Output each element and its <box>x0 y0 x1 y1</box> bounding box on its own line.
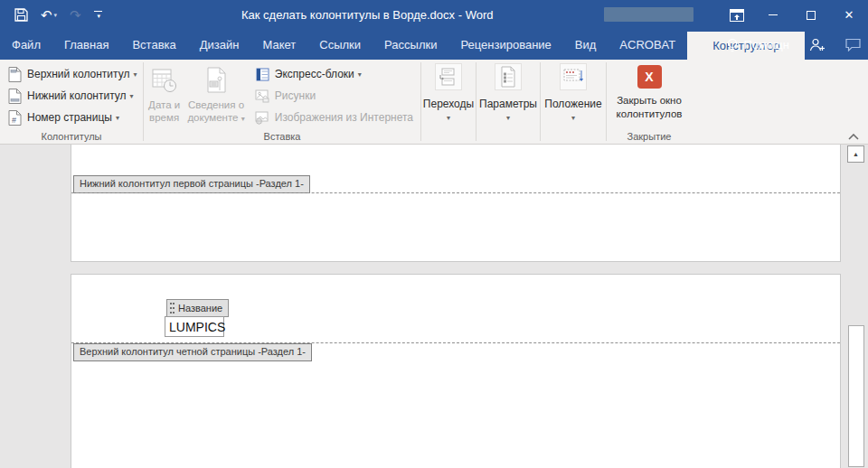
minimize-icon <box>769 14 778 15</box>
footer-button[interactable]: Нижний колонтитул ▾ <box>0 85 143 107</box>
group-label-insert: Вставка <box>144 131 420 142</box>
even-page-header-label: Верхний колонтитул четной страницы -Разд… <box>73 343 312 361</box>
scrollbar-thumb[interactable] <box>848 325 864 467</box>
tab-view[interactable]: Вид <box>563 30 609 60</box>
maximize-button[interactable] <box>792 0 830 30</box>
undo-dropdown-icon[interactable]: ▾ <box>54 12 58 18</box>
quick-parts-icon <box>255 67 270 82</box>
share-button[interactable] <box>809 38 826 51</box>
window-controls: ✕ <box>720 0 868 30</box>
group-options: Параметры ▾ <box>476 60 540 144</box>
save-icon <box>14 8 28 22</box>
vertical-scrollbar[interactable]: ▲ <box>846 145 866 468</box>
chevron-up-icon <box>848 134 859 140</box>
tab-insert[interactable]: Вставка <box>120 30 187 60</box>
dropdown-icon[interactable]: ▾ <box>571 114 575 122</box>
insert-small-buttons: Экспресс-блоки ▾ Рисунки <box>248 63 420 130</box>
save-button[interactable] <box>14 8 28 22</box>
word-window: ↶ ▾ ↷ ▾ Как сделать колонтитулы в Ворде.… <box>0 0 868 468</box>
dropdown-icon[interactable]: ▾ <box>447 114 450 122</box>
date-time-icon <box>150 66 179 95</box>
group-insert: Дата и время Сведения о документе <box>144 60 420 144</box>
tab-mailings[interactable]: Рассылки <box>373 30 448 60</box>
page-number-icon: # <box>7 110 23 126</box>
close-icon: ✕ <box>844 8 854 22</box>
header-button[interactable]: Верхний колонтитул ▾ <box>0 63 143 85</box>
tab-home[interactable]: Главная <box>52 30 120 60</box>
tab-acrobat[interactable]: ACROBAT <box>608 30 687 60</box>
customize-qat-icon <box>94 11 102 12</box>
group-label-header-footer: Колонтитулы <box>0 131 143 142</box>
ribbon-display-options-icon <box>730 9 744 22</box>
online-pictures-button: Изображения из Интернета <box>248 107 420 128</box>
quick-access-toolbar: ↶ ▾ ↷ ▾ <box>14 0 102 30</box>
ribbon: Верхний колонтитул ▾ Нижний колонтитул ▾ <box>0 60 868 145</box>
header-button-label: Верхний колонтитул <box>27 68 129 80</box>
options-button[interactable]: Параметры <box>479 98 537 110</box>
content-control-value: LUMPICS <box>169 320 225 334</box>
dropdown-icon[interactable]: ▾ <box>506 114 510 122</box>
dropdown-icon: ▾ <box>241 115 245 123</box>
tell-me-helper[interactable]: Помощн <box>727 38 789 52</box>
position-button[interactable]: Положение <box>544 98 601 110</box>
quick-parts-label: Экспресс-блоки <box>275 68 354 80</box>
pictures-icon <box>255 89 270 104</box>
dropdown-icon: ▾ <box>133 70 137 79</box>
close-header-footer-button[interactable]: Закрыть окно колонтитулов <box>616 94 683 121</box>
tab-references[interactable]: Ссылки <box>307 30 373 60</box>
page-1: Нижний колонтитул первой страницы -Разде… <box>71 145 841 262</box>
ribbon-display-options-button[interactable] <box>720 0 754 30</box>
redo-icon: ↷ <box>70 8 81 22</box>
close-button[interactable]: ✕ <box>830 0 868 30</box>
comments-button[interactable] <box>845 38 861 51</box>
window-title: Как сделать колонтитулы в Ворде.docx - W… <box>241 0 493 30</box>
lightbulb-icon <box>727 38 738 52</box>
footer-button-label: Нижний колонтитул <box>27 89 127 102</box>
collapse-ribbon-button[interactable] <box>848 134 859 140</box>
document-info-button: Сведения о документе ▾ <box>184 63 248 130</box>
customize-qat-button[interactable]: ▾ <box>94 11 102 19</box>
content-control-input[interactable]: LUMPICS <box>165 316 224 337</box>
redo-button: ↷ <box>70 8 81 22</box>
navigation-icon <box>435 63 462 90</box>
header-icon <box>7 67 23 82</box>
minimize-button[interactable] <box>754 0 792 30</box>
scroll-up-button[interactable]: ▲ <box>847 145 864 163</box>
group-header-footer: Верхний колонтитул ▾ Нижний колонтитул ▾ <box>0 60 143 144</box>
document-info-label: Сведения о документе <box>187 99 244 123</box>
online-pictures-icon <box>255 110 270 126</box>
content-control-grip-icon[interactable] <box>169 302 175 314</box>
scroll-up-icon: ▲ <box>853 151 859 157</box>
online-pictures-label: Изображения из Интернета <box>275 111 413 124</box>
content-control-tag[interactable]: Название <box>166 299 229 317</box>
tab-review[interactable]: Рецензирование <box>448 30 562 60</box>
date-time-label: Дата и время <box>144 98 184 125</box>
first-page-footer-label: Нижний колонтитул первой страницы -Разде… <box>73 175 310 193</box>
pictures-label: Рисунки <box>275 89 316 102</box>
quick-parts-button[interactable]: Экспресс-блоки ▾ <box>248 63 420 85</box>
position-icon <box>560 63 587 90</box>
page-number-button[interactable]: # Номер страницы ▾ <box>0 107 143 128</box>
comment-icon <box>845 38 861 51</box>
date-time-button: Дата и время <box>144 63 184 130</box>
title-bar: ↶ ▾ ↷ ▾ Как сделать колонтитулы в Ворде.… <box>0 0 868 30</box>
close-header-footer-icon: X <box>637 65 662 89</box>
undo-button[interactable]: ↶ ▾ <box>41 8 57 22</box>
options-icon <box>495 63 522 90</box>
page-2: Название LUMPICS Верхний колонтитул четн… <box>71 274 841 468</box>
dropdown-icon: ▾ <box>116 114 119 122</box>
helper-label: Помощн <box>743 38 789 51</box>
tab-layout[interactable]: Макет <box>250 30 307 60</box>
content-control-tag-label: Название <box>178 303 222 314</box>
person-add-icon <box>809 38 826 51</box>
document-info-icon <box>202 66 231 95</box>
footer-icon <box>7 89 23 104</box>
maximize-icon <box>807 11 816 20</box>
navigation-button[interactable]: Переходы <box>423 98 474 110</box>
pictures-button: Рисунки <box>248 85 420 107</box>
group-close: X Закрыть окно колонтитулов Закрытие <box>607 60 692 144</box>
document-area: Нижний колонтитул первой страницы -Разде… <box>0 145 868 468</box>
tab-design[interactable]: Дизайн <box>188 30 251 60</box>
tab-file[interactable]: Файл <box>0 30 52 60</box>
svg-text:#: # <box>12 115 16 124</box>
